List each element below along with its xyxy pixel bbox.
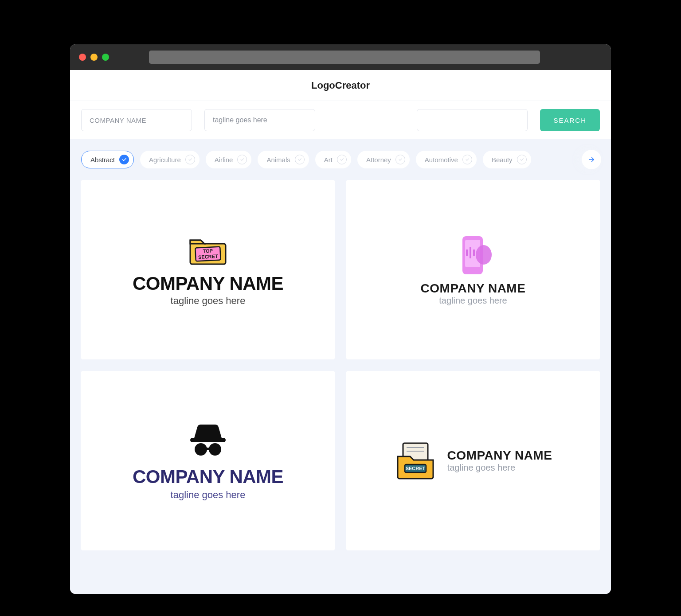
logo-tagline: tagline goes here	[447, 463, 552, 473]
filter-label: Automotive	[425, 156, 458, 164]
logo-title: COMPANY NAME	[133, 466, 283, 487]
filter-label: Art	[324, 156, 333, 164]
scroll-right-button[interactable]	[582, 150, 601, 169]
window-minimize-icon[interactable]	[90, 54, 98, 61]
filter-chip-agriculture[interactable]: Agriculture	[140, 151, 200, 168]
phone-shape-icon	[453, 234, 493, 277]
logo-grid: TOP SECRET COMPANY NAME tagline goes her…	[70, 180, 611, 550]
logo-preview: COMPANY NAME tagline goes here	[421, 234, 526, 306]
logo-title: COMPANY NAME	[133, 273, 283, 294]
filter-label: Airline	[215, 156, 233, 164]
window-controls	[79, 54, 109, 61]
filter-label: Beauty	[492, 156, 513, 164]
filter-label: Agriculture	[149, 156, 181, 164]
check-icon	[337, 155, 347, 164]
svg-rect-9	[190, 438, 226, 442]
filter-chip-art[interactable]: Art	[315, 151, 351, 168]
search-row: SEARCH	[70, 101, 611, 139]
filter-chip-animals[interactable]: Animals	[258, 151, 309, 168]
logo-tagline: tagline goes here	[171, 489, 246, 501]
company-name-input[interactable]	[81, 109, 192, 131]
check-icon	[395, 155, 405, 164]
search-button[interactable]: SEARCH	[540, 109, 600, 131]
secret-folder-icon: SECRET	[394, 441, 437, 481]
logo-card[interactable]: COMPANY NAME tagline goes here	[346, 180, 600, 359]
window-maximize-icon[interactable]	[102, 54, 109, 61]
logo-title: COMPANY NAME	[421, 281, 526, 296]
logo-preview: TOP SECRET COMPANY NAME tagline goes her…	[133, 233, 283, 307]
logo-preview: SECRET COMPANY NAME tagline goes here	[394, 441, 552, 481]
brand-title: LogoCreator	[311, 80, 370, 91]
logo-title: COMPANY NAME	[447, 448, 552, 463]
logo-tagline: tagline goes here	[171, 295, 246, 307]
tagline-input[interactable]	[204, 109, 315, 131]
svg-rect-7	[470, 247, 471, 258]
check-icon	[237, 155, 247, 164]
svg-text:TOP: TOP	[203, 248, 213, 253]
svg-rect-12	[206, 448, 210, 450]
filter-chip-automotive[interactable]: Automotive	[416, 151, 477, 168]
svg-rect-8	[473, 250, 475, 256]
top-secret-folder-icon: TOP SECRET	[188, 233, 228, 266]
logo-card[interactable]: SECRET COMPANY NAME tagline goes here	[346, 371, 600, 550]
check-icon	[462, 155, 472, 164]
filter-chip-attorney[interactable]: Attorney	[357, 151, 410, 168]
svg-point-5	[476, 245, 492, 265]
check-icon	[185, 155, 195, 164]
check-icon	[119, 155, 129, 164]
svg-text:SECRET: SECRET	[405, 466, 425, 471]
content-area: Abstract Agriculture Airline Animals	[70, 139, 611, 594]
logo-preview: COMPANY NAME tagline goes here	[133, 421, 283, 501]
logo-card[interactable]: TOP SECRET COMPANY NAME tagline goes her…	[81, 180, 335, 359]
brand-header: LogoCreator	[70, 70, 611, 101]
arrow-right-icon	[587, 156, 595, 164]
browser-url-bar[interactable]	[149, 51, 540, 64]
category-filter-row: Abstract Agriculture Airline Animals	[70, 139, 611, 180]
incognito-icon	[187, 421, 229, 457]
logo-card[interactable]: COMPANY NAME tagline goes here	[81, 371, 335, 550]
filter-label: Attorney	[366, 156, 391, 164]
filter-chip-airline[interactable]: Airline	[206, 151, 252, 168]
svg-text:SECRET: SECRET	[198, 253, 218, 259]
filter-label: Animals	[266, 156, 290, 164]
filter-chip-abstract[interactable]: Abstract	[81, 151, 134, 168]
svg-rect-6	[466, 250, 468, 256]
check-icon	[517, 155, 527, 164]
logo-tagline: tagline goes here	[439, 296, 507, 306]
extra-input[interactable]	[417, 109, 528, 131]
window-close-icon[interactable]	[79, 54, 86, 61]
filter-chip-beauty[interactable]: Beauty	[483, 151, 531, 168]
window-titlebar	[70, 44, 611, 70]
svg-point-10	[195, 443, 207, 456]
svg-point-11	[209, 443, 221, 456]
filter-label: Abstract	[90, 156, 115, 164]
app-window: LogoCreator SEARCH Abstract Agriculture	[70, 44, 611, 594]
check-icon	[295, 155, 305, 164]
